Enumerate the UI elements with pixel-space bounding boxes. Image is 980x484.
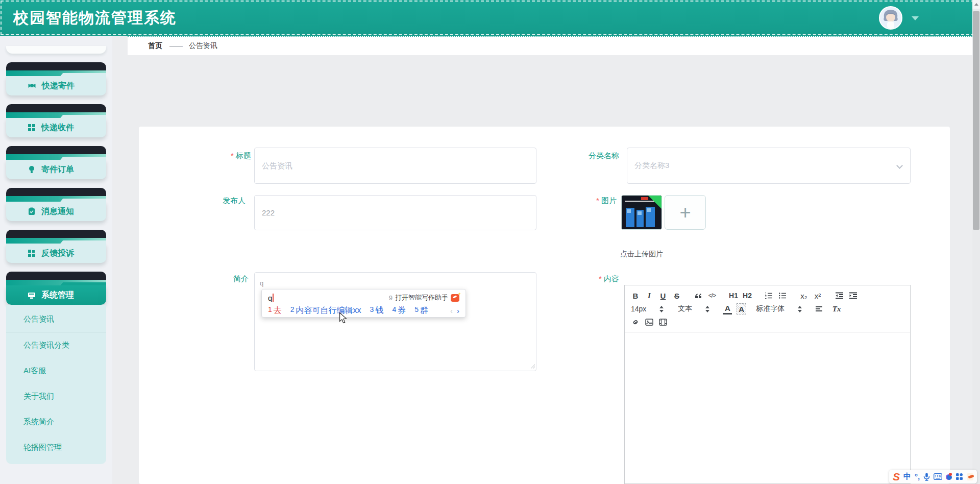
sidebar-item-receive-express[interactable]: 快递收件 <box>6 104 106 137</box>
video-icon[interactable] <box>658 317 668 328</box>
italic-button[interactable]: I <box>645 290 654 301</box>
title-input[interactable] <box>254 148 536 184</box>
content-label: 内容 <box>537 274 619 284</box>
superscript-button[interactable]: x² <box>813 290 822 301</box>
ime-candidate[interactable]: 3 钱 <box>370 305 384 316</box>
submenu-item-announcement-categories[interactable]: 公告资讯分类 <box>6 332 106 358</box>
updown-caret-icon <box>798 306 802 312</box>
ime-candidate-popup: q 9 打开智能写作助手 1 去 2 内容可自行编辑xx 3 钱 4 <box>261 289 466 318</box>
sidebar-item-notifications[interactable]: 消息通知 <box>6 188 106 221</box>
publisher-input[interactable] <box>254 195 536 230</box>
chinese-mode-icon[interactable]: 中 <box>903 472 911 481</box>
microphone-icon[interactable] <box>923 473 930 481</box>
bullet-list-icon[interactable] <box>778 290 787 301</box>
updown-caret-icon <box>705 306 709 312</box>
user-avatar[interactable] <box>879 6 902 30</box>
sidebar-item-send-express[interactable]: 快递寄件 <box>6 62 106 95</box>
underline-button[interactable]: U <box>658 290 668 301</box>
grid-icon <box>28 249 36 257</box>
breadcrumb: 首页 —— 公告资讯 <box>148 41 217 51</box>
sidebar-item-feedback[interactable]: 反馈投诉 <box>6 230 106 263</box>
blockquote-icon[interactable] <box>694 290 703 301</box>
ai-writing-assistant-icon[interactable] <box>451 294 459 302</box>
ime-candidate[interactable]: 4 券 <box>392 305 406 316</box>
monitor-icon <box>28 291 36 299</box>
heading2-button[interactable]: H2 <box>743 290 752 301</box>
submenu-item-label: 关于我们 <box>23 392 54 401</box>
ime-candidate[interactable]: 5 群 <box>414 305 428 316</box>
smart-pen-icon[interactable] <box>967 473 973 480</box>
breadcrumb-home[interactable]: 首页 <box>148 41 162 51</box>
ime-candidate[interactable]: 1 去 <box>268 305 282 316</box>
topbar: 首页 —— 公告资讯 <box>128 36 972 55</box>
system-management-submenu: 公告资讯 公告资讯分类 AI客服 关于我们 系统简介 轮播图管理 <box>6 305 106 464</box>
breadcrumb-separator: —— <box>169 42 182 50</box>
indent-icon[interactable] <box>848 290 857 301</box>
editor-content-area[interactable] <box>625 332 910 484</box>
user-menu-caret-icon[interactable] <box>912 16 919 20</box>
ime-assistant-label[interactable]: 打开智能写作助手 <box>395 293 448 302</box>
submenu-item-system-intro[interactable]: 系统简介 <box>6 409 106 434</box>
strikethrough-button[interactable]: S <box>672 290 681 301</box>
sidebar-item-label: 快递寄件 <box>42 81 75 91</box>
keyboard-icon[interactable] <box>934 473 942 480</box>
scrollbar-thumb[interactable] <box>973 11 979 230</box>
sidebar-item-label: 系统管理 <box>41 290 74 301</box>
scrollbar-up-arrow[interactable] <box>972 0 980 9</box>
resize-grip-icon[interactable] <box>530 364 535 369</box>
ime-prev-page-icon[interactable]: ‹ <box>450 306 453 315</box>
image-icon[interactable] <box>645 317 654 328</box>
sogou-logo-icon[interactable]: S <box>893 471 900 482</box>
uploaded-image-thumbnail[interactable] <box>621 195 662 230</box>
category-select[interactable]: 分类名称3 <box>627 148 911 184</box>
app-header: 校园智能物流管理系统 <box>0 0 980 36</box>
ime-next-page-icon[interactable]: › <box>457 306 459 315</box>
clear-format-button[interactable]: Tx <box>832 303 841 314</box>
submenu-item-carousel-management[interactable]: 轮播图管理 <box>6 434 106 460</box>
sidebar-item-send-orders[interactable]: 寄件订单 <box>6 146 106 179</box>
ime-text-caret <box>273 294 274 302</box>
submenu-item-label: 公告资讯 <box>23 314 54 324</box>
font-size-select[interactable]: 14px <box>631 305 664 313</box>
submenu-item-label: AI客服 <box>23 366 46 376</box>
ordered-list-icon[interactable] <box>764 290 773 301</box>
publisher-label: 发布人 <box>164 196 246 206</box>
intro-textarea[interactable]: q <box>254 272 536 371</box>
code-button[interactable]: </> <box>707 290 717 301</box>
package-icon <box>28 82 36 90</box>
ime-assistant-index: 9 <box>389 294 393 302</box>
rich-text-editor: B I U S </> H1 H2 x₂ x² <box>624 285 911 484</box>
toolbox-grid-icon[interactable] <box>955 473 963 480</box>
breadcrumb-current: 公告资讯 <box>189 41 217 51</box>
sidebar-item-system-management[interactable]: 系统管理 <box>6 272 106 305</box>
submenu-item-label: 系统简介 <box>23 417 54 427</box>
intro-label: 简介 <box>167 274 249 284</box>
submenu-item-about-us[interactable]: 关于我们 <box>6 383 106 409</box>
editor-toolbar: B I U S </> H1 H2 x₂ x² <box>625 285 910 332</box>
skin-theme-icon[interactable] <box>946 473 952 480</box>
link-icon[interactable] <box>631 317 640 328</box>
page-scrollbar[interactable] <box>972 0 980 484</box>
sidebar-item-partial[interactable] <box>6 46 106 54</box>
punctuation-mode-icon[interactable]: °, <box>915 472 920 481</box>
text-color-button[interactable]: A <box>723 303 732 314</box>
upload-hint: 点击上传图片 <box>620 250 663 259</box>
avatar-image <box>880 7 901 29</box>
ime-composition: q <box>268 294 272 302</box>
sidebar-item-label: 快递收件 <box>41 123 74 133</box>
category-select-value: 分类名称3 <box>634 161 669 171</box>
highlight-color-button[interactable]: A <box>737 303 746 314</box>
sidebar-item-label: 消息通知 <box>41 206 74 217</box>
ime-candidate[interactable]: 2 内容可自行编辑xx <box>290 305 361 316</box>
submenu-item-ai-service[interactable]: AI客服 <box>6 358 106 383</box>
bold-button[interactable]: B <box>631 290 640 301</box>
format-select[interactable]: 文本 <box>678 304 709 313</box>
submenu-item-announcements[interactable]: 公告资讯 <box>6 307 106 332</box>
outdent-icon[interactable] <box>835 290 844 301</box>
line-height-icon[interactable] <box>814 303 823 314</box>
font-family-select[interactable]: 标准字体 <box>756 304 802 313</box>
upload-image-button[interactable]: + <box>665 195 706 230</box>
heading1-button[interactable]: H1 <box>729 290 738 301</box>
grid-icon <box>28 124 36 132</box>
subscript-button[interactable]: x₂ <box>799 290 808 301</box>
